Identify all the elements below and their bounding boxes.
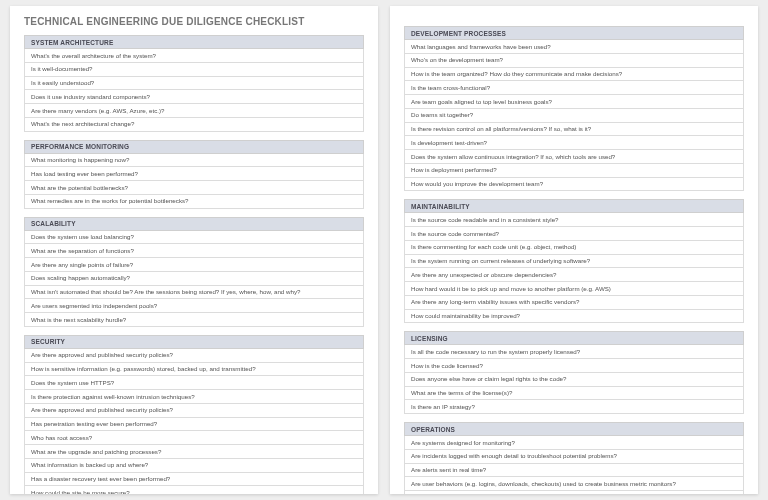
checklist-item: Are there any long-term viability issues… xyxy=(404,296,744,310)
section-header: MAINTAINABILITY xyxy=(404,199,744,213)
checklist-item: Are systems designed for monitoring? xyxy=(404,436,744,450)
checklist-item: Is remaining infrastructure headroom kno… xyxy=(404,491,744,494)
section: MAINTAINABILITYIs the source code readab… xyxy=(404,199,744,323)
checklist-item: What are the separation of functions? xyxy=(24,244,364,258)
checklist-item: Does it use industry standard components… xyxy=(24,90,364,104)
checklist-item: Are user behaviors (e.g. logins, downloa… xyxy=(404,477,744,491)
section-header: SCALABILITY xyxy=(24,217,364,231)
checklist-item: Is the source code readable and in a con… xyxy=(404,213,744,227)
checklist-item: Is it well-documented? xyxy=(24,63,364,77)
checklist-item: Does scaling happen automatically? xyxy=(24,272,364,286)
checklist-item: How could maintainability be improved? xyxy=(404,310,744,324)
checklist-item: How is deployment performed? xyxy=(404,164,744,178)
section-header: PERFORMANCE MONITORING xyxy=(24,140,364,154)
page-right: DEVELOPMENT PROCESSESWhat languages and … xyxy=(390,6,758,494)
checklist-item: What are the terms of the license(s)? xyxy=(404,387,744,401)
checklist-item: Are team goals aligned to top level busi… xyxy=(404,95,744,109)
checklist-item: Are there approved and published securit… xyxy=(24,349,364,363)
checklist-item: Is there revision control on all platfor… xyxy=(404,123,744,137)
checklist-item: Is the source code commented? xyxy=(404,227,744,241)
checklist-item: What remedies are in the works for poten… xyxy=(24,195,364,209)
checklist-item: Are users segmented into independent poo… xyxy=(24,299,364,313)
right-column: DEVELOPMENT PROCESSESWhat languages and … xyxy=(404,26,744,494)
checklist-item: What languages and frameworks have been … xyxy=(404,40,744,54)
checklist-item: Has a disaster recovery test ever been p… xyxy=(24,473,364,487)
section-header: SECURITY xyxy=(24,335,364,349)
section: SYSTEM ARCHITECTUREWhat's the overall ar… xyxy=(24,35,364,132)
section-header: OPERATIONS xyxy=(404,422,744,436)
section: SCALABILITYDoes the system use load bala… xyxy=(24,217,364,327)
section-header: LICENSING xyxy=(404,331,744,345)
checklist-item: How could the site be more secure? xyxy=(24,486,364,494)
section: LICENSINGIs all the code necessary to ru… xyxy=(404,331,744,414)
checklist-item: How is the code licensed? xyxy=(404,359,744,373)
left-column: SYSTEM ARCHITECTUREWhat's the overall ar… xyxy=(24,35,364,494)
checklist-item: Are incidents logged with enough detail … xyxy=(404,450,744,464)
checklist-item: What is the next scalability hurdle? xyxy=(24,313,364,327)
checklist-item: Are there approved and published securit… xyxy=(24,404,364,418)
checklist-item: Does anyone else have or claim legal rig… xyxy=(404,373,744,387)
checklist-item: Does the system allow continuous integra… xyxy=(404,150,744,164)
checklist-item: Are there many vendors (e.g. AWS, Azure,… xyxy=(24,104,364,118)
checklist-item: Is it easily understood? xyxy=(24,77,364,91)
checklist-item: How hard would it be to pick up and move… xyxy=(404,282,744,296)
page-left: TECHNICAL ENGINEERING DUE DILIGENCE CHEC… xyxy=(10,6,378,494)
checklist-item: Is there commenting for each code unit (… xyxy=(404,241,744,255)
checklist-item: Are alerts sent in real time? xyxy=(404,464,744,478)
section-header: DEVELOPMENT PROCESSES xyxy=(404,26,744,40)
checklist-item: Has penetration testing ever been perfor… xyxy=(24,418,364,432)
section: SECURITYAre there approved and published… xyxy=(24,335,364,494)
checklist-item: How would you improve the development te… xyxy=(404,178,744,192)
checklist-item: Who's on the development team? xyxy=(404,54,744,68)
section: OPERATIONSAre systems designed for monit… xyxy=(404,422,744,494)
checklist-item: Are there any single points of failure? xyxy=(24,258,364,272)
checklist-item: What information is backed up and where? xyxy=(24,459,364,473)
checklist-item: What's the next architectural change? xyxy=(24,118,364,132)
checklist-item: Is all the code necessary to run the sys… xyxy=(404,345,744,359)
section: DEVELOPMENT PROCESSESWhat languages and … xyxy=(404,26,744,191)
checklist-item: Is development test-driven? xyxy=(404,136,744,150)
checklist-item: Does the system use HTTPS? xyxy=(24,376,364,390)
section-header: SYSTEM ARCHITECTURE xyxy=(24,35,364,49)
checklist-item: What isn't automated that should be? Are… xyxy=(24,286,364,300)
document-title: TECHNICAL ENGINEERING DUE DILIGENCE CHEC… xyxy=(24,16,364,27)
checklist-item: Does the system use load balancing? xyxy=(24,231,364,245)
checklist-item: What's the overall architecture of the s… xyxy=(24,49,364,63)
checklist-item: Is there protection against well-known i… xyxy=(24,390,364,404)
checklist-item: Is the system running on current release… xyxy=(404,255,744,269)
checklist-item: Who has root access? xyxy=(24,431,364,445)
checklist-item: Is there an IP strategy? xyxy=(404,400,744,414)
checklist-item: What are the potential bottlenecks? xyxy=(24,181,364,195)
spacer xyxy=(404,16,744,26)
checklist-item: How is sensitive information (e.g. passw… xyxy=(24,363,364,377)
checklist-item: Has load testing ever been performed? xyxy=(24,167,364,181)
checklist-item: What monitoring is happening now? xyxy=(24,154,364,168)
checklist-item: Do teams sit together? xyxy=(404,109,744,123)
checklist-item: Is the team cross-functional? xyxy=(404,81,744,95)
checklist-item: What are the upgrade and patching proces… xyxy=(24,445,364,459)
checklist-item: Are there any unexpected or obscure depe… xyxy=(404,268,744,282)
checklist-item: How is the team organized? How do they c… xyxy=(404,68,744,82)
section: PERFORMANCE MONITORINGWhat monitoring is… xyxy=(24,140,364,209)
